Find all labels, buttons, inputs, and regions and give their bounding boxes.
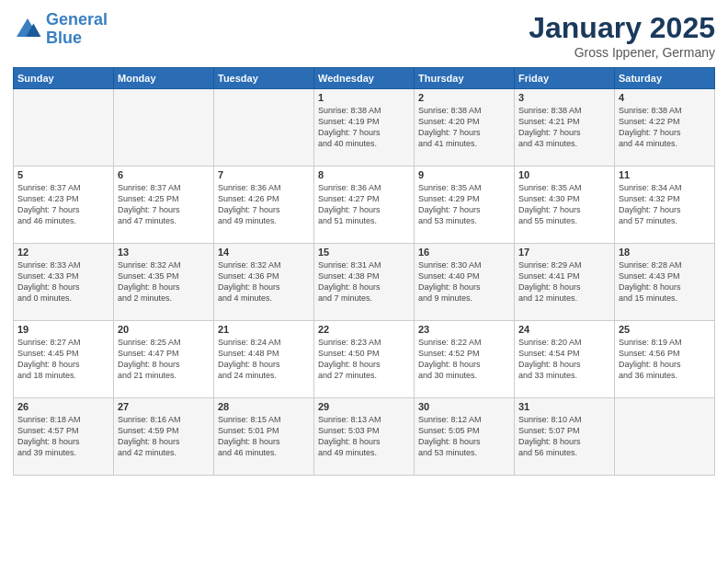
- calendar-cell: 29Sunrise: 8:13 AM Sunset: 5:03 PM Dayli…: [314, 398, 415, 476]
- calendar-cell: 12Sunrise: 8:33 AM Sunset: 4:33 PM Dayli…: [14, 244, 114, 321]
- day-number: 1: [318, 92, 410, 103]
- day-number: 29: [318, 401, 410, 412]
- day-number: 27: [118, 401, 210, 412]
- col-header-wednesday: Wednesday: [314, 68, 415, 89]
- day-number: 10: [518, 169, 610, 180]
- cell-content: Sunrise: 8:13 AM Sunset: 5:03 PM Dayligh…: [318, 414, 410, 459]
- calendar-cell: 19Sunrise: 8:27 AM Sunset: 4:45 PM Dayli…: [14, 321, 114, 398]
- calendar-cell: 28Sunrise: 8:15 AM Sunset: 5:01 PM Dayli…: [214, 398, 314, 476]
- calendar-cell: 4Sunrise: 8:38 AM Sunset: 4:22 PM Daylig…: [615, 89, 715, 167]
- calendar-cell: 3Sunrise: 8:38 AM Sunset: 4:21 PM Daylig…: [515, 89, 615, 167]
- calendar-cell: 5Sunrise: 8:37 AM Sunset: 4:23 PM Daylig…: [14, 167, 114, 244]
- calendar-cell: 10Sunrise: 8:35 AM Sunset: 4:30 PM Dayli…: [515, 167, 615, 244]
- day-number: 31: [518, 401, 610, 412]
- calendar-cell: 25Sunrise: 8:19 AM Sunset: 4:56 PM Dayli…: [615, 321, 715, 398]
- cell-content: Sunrise: 8:15 AM Sunset: 5:01 PM Dayligh…: [218, 414, 310, 459]
- calendar-cell: 1Sunrise: 8:38 AM Sunset: 4:19 PM Daylig…: [314, 89, 415, 167]
- cell-content: Sunrise: 8:25 AM Sunset: 4:47 PM Dayligh…: [118, 337, 210, 382]
- cell-content: Sunrise: 8:20 AM Sunset: 4:54 PM Dayligh…: [518, 337, 610, 382]
- cell-content: Sunrise: 8:38 AM Sunset: 4:19 PM Dayligh…: [318, 105, 410, 150]
- day-number: 15: [318, 247, 410, 258]
- cell-content: Sunrise: 8:37 AM Sunset: 4:25 PM Dayligh…: [118, 182, 210, 227]
- calendar-cell: 24Sunrise: 8:20 AM Sunset: 4:54 PM Dayli…: [515, 321, 615, 398]
- cell-content: Sunrise: 8:30 AM Sunset: 4:40 PM Dayligh…: [418, 259, 510, 304]
- calendar-cell: [14, 89, 114, 167]
- cell-content: Sunrise: 8:32 AM Sunset: 4:36 PM Dayligh…: [218, 259, 310, 304]
- calendar-cell: 22Sunrise: 8:23 AM Sunset: 4:50 PM Dayli…: [314, 321, 415, 398]
- calendar-cell: 18Sunrise: 8:28 AM Sunset: 4:43 PM Dayli…: [615, 244, 715, 321]
- day-number: 19: [17, 324, 109, 335]
- title-block: January 2025 Gross Ippener, Germany: [529, 11, 715, 60]
- calendar-cell: 23Sunrise: 8:22 AM Sunset: 4:52 PM Dayli…: [415, 321, 515, 398]
- day-number: 17: [518, 247, 610, 258]
- page: General Blue January 2025 Gross Ippener,…: [0, 0, 728, 563]
- logo-text: General Blue: [46, 11, 108, 48]
- day-number: 5: [17, 169, 109, 180]
- day-number: 3: [518, 92, 610, 103]
- cell-content: Sunrise: 8:33 AM Sunset: 4:33 PM Dayligh…: [17, 259, 109, 304]
- cell-content: Sunrise: 8:16 AM Sunset: 4:59 PM Dayligh…: [118, 414, 210, 459]
- cell-content: Sunrise: 8:38 AM Sunset: 4:22 PM Dayligh…: [619, 105, 711, 150]
- cell-content: Sunrise: 8:32 AM Sunset: 4:35 PM Dayligh…: [118, 259, 210, 304]
- day-number: 16: [418, 247, 510, 258]
- cell-content: Sunrise: 8:18 AM Sunset: 4:57 PM Dayligh…: [17, 414, 109, 459]
- week-row-0: 1Sunrise: 8:38 AM Sunset: 4:19 PM Daylig…: [14, 89, 715, 167]
- day-number: 18: [619, 247, 711, 258]
- cell-content: Sunrise: 8:27 AM Sunset: 4:45 PM Dayligh…: [17, 337, 109, 382]
- calendar-cell: 17Sunrise: 8:29 AM Sunset: 4:41 PM Dayli…: [515, 244, 615, 321]
- cell-content: Sunrise: 8:34 AM Sunset: 4:32 PM Dayligh…: [619, 182, 711, 227]
- cell-content: Sunrise: 8:38 AM Sunset: 4:20 PM Dayligh…: [418, 105, 510, 150]
- calendar-cell: 27Sunrise: 8:16 AM Sunset: 4:59 PM Dayli…: [114, 398, 214, 476]
- calendar-cell: 15Sunrise: 8:31 AM Sunset: 4:38 PM Dayli…: [314, 244, 415, 321]
- day-number: 13: [118, 247, 210, 258]
- day-number: 11: [619, 169, 711, 180]
- day-number: 8: [318, 169, 410, 180]
- calendar-cell: 20Sunrise: 8:25 AM Sunset: 4:47 PM Dayli…: [114, 321, 214, 398]
- calendar-cell: 26Sunrise: 8:18 AM Sunset: 4:57 PM Dayli…: [14, 398, 114, 476]
- cell-content: Sunrise: 8:31 AM Sunset: 4:38 PM Dayligh…: [318, 259, 410, 304]
- day-number: 28: [218, 401, 310, 412]
- cell-content: Sunrise: 8:12 AM Sunset: 5:05 PM Dayligh…: [418, 414, 510, 459]
- cell-content: Sunrise: 8:10 AM Sunset: 5:07 PM Dayligh…: [518, 414, 610, 459]
- week-row-3: 19Sunrise: 8:27 AM Sunset: 4:45 PM Dayli…: [14, 321, 715, 398]
- col-header-friday: Friday: [515, 68, 615, 89]
- calendar-table: SundayMondayTuesdayWednesdayThursdayFrid…: [13, 67, 715, 476]
- cell-content: Sunrise: 8:28 AM Sunset: 4:43 PM Dayligh…: [619, 259, 711, 304]
- cell-content: Sunrise: 8:19 AM Sunset: 4:56 PM Dayligh…: [619, 337, 711, 382]
- calendar-cell: 21Sunrise: 8:24 AM Sunset: 4:48 PM Dayli…: [214, 321, 314, 398]
- calendar-cell: 11Sunrise: 8:34 AM Sunset: 4:32 PM Dayli…: [615, 167, 715, 244]
- month-title: January 2025: [529, 11, 715, 45]
- header: General Blue January 2025 Gross Ippener,…: [13, 11, 715, 60]
- calendar-cell: 9Sunrise: 8:35 AM Sunset: 4:29 PM Daylig…: [415, 167, 515, 244]
- day-number: 14: [218, 247, 310, 258]
- logo-icon: [13, 15, 42, 44]
- col-header-thursday: Thursday: [415, 68, 515, 89]
- calendar-cell: 7Sunrise: 8:36 AM Sunset: 4:26 PM Daylig…: [214, 167, 314, 244]
- calendar-cell: 6Sunrise: 8:37 AM Sunset: 4:25 PM Daylig…: [114, 167, 214, 244]
- day-number: 9: [418, 169, 510, 180]
- day-number: 4: [619, 92, 711, 103]
- cell-content: Sunrise: 8:36 AM Sunset: 4:27 PM Dayligh…: [318, 182, 410, 227]
- calendar-cell: [214, 89, 314, 167]
- cell-content: Sunrise: 8:24 AM Sunset: 4:48 PM Dayligh…: [218, 337, 310, 382]
- cell-content: Sunrise: 8:23 AM Sunset: 4:50 PM Dayligh…: [318, 337, 410, 382]
- cell-content: Sunrise: 8:38 AM Sunset: 4:21 PM Dayligh…: [518, 105, 610, 150]
- calendar-cell: 14Sunrise: 8:32 AM Sunset: 4:36 PM Dayli…: [214, 244, 314, 321]
- col-header-monday: Monday: [114, 68, 214, 89]
- calendar-cell: [114, 89, 214, 167]
- cell-content: Sunrise: 8:35 AM Sunset: 4:30 PM Dayligh…: [518, 182, 610, 227]
- day-number: 26: [17, 401, 109, 412]
- cell-content: Sunrise: 8:36 AM Sunset: 4:26 PM Dayligh…: [218, 182, 310, 227]
- calendar-cell: 16Sunrise: 8:30 AM Sunset: 4:40 PM Dayli…: [415, 244, 515, 321]
- day-number: 23: [418, 324, 510, 335]
- header-row: SundayMondayTuesdayWednesdayThursdayFrid…: [14, 68, 715, 89]
- day-number: 12: [17, 247, 109, 258]
- day-number: 30: [418, 401, 510, 412]
- day-number: 24: [518, 324, 610, 335]
- location: Gross Ippener, Germany: [529, 45, 715, 60]
- day-number: 25: [619, 324, 711, 335]
- col-header-tuesday: Tuesday: [214, 68, 314, 89]
- calendar-cell: [615, 398, 715, 476]
- day-number: 20: [118, 324, 210, 335]
- day-number: 6: [118, 169, 210, 180]
